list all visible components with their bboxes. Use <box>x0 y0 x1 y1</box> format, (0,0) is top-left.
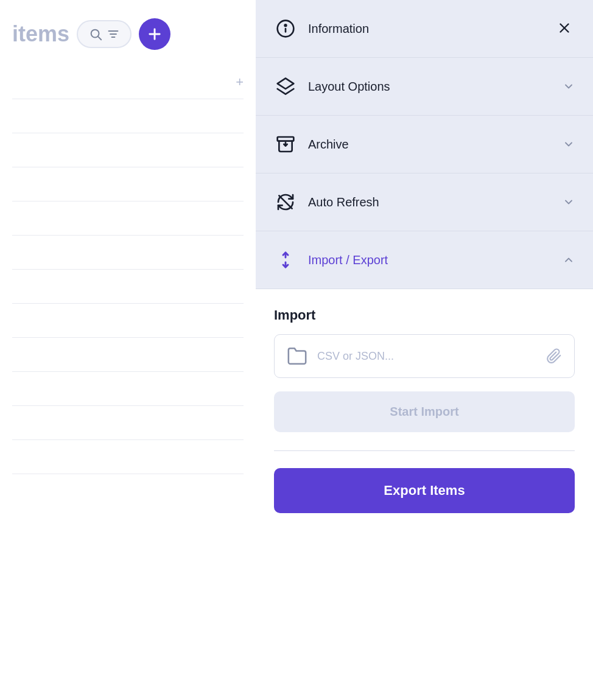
info-icon <box>274 17 297 40</box>
export-items-button[interactable]: Export Items <box>274 468 575 513</box>
list-item <box>12 167 244 201</box>
file-input-area[interactable]: CSV or JSON... <box>274 334 575 378</box>
search-filter-button[interactable] <box>77 20 132 48</box>
folder-icon <box>287 346 307 366</box>
list-item <box>12 440 244 474</box>
list-item <box>12 270 244 304</box>
left-panel: items + <box>0 0 256 700</box>
chevron-down-icon <box>563 196 575 208</box>
page-title: items <box>12 21 69 47</box>
svg-rect-14 <box>278 137 294 141</box>
menu-item-archive[interactable]: Archive <box>256 116 593 173</box>
left-header: items <box>0 0 256 62</box>
list-area: + <box>0 62 256 480</box>
list-item <box>12 99 244 133</box>
auto-refresh-label: Auto Refresh <box>308 195 563 209</box>
archive-icon <box>274 133 297 156</box>
archive-label: Archive <box>308 138 563 152</box>
list-item <box>12 236 244 270</box>
list-item <box>12 372 244 406</box>
menu-item-auto-refresh[interactable]: Auto Refresh <box>256 173 593 231</box>
add-item-row: + <box>12 68 244 99</box>
search-icon <box>89 27 102 41</box>
paperclip-icon <box>546 348 562 364</box>
add-row-button[interactable]: + <box>236 74 244 90</box>
menu-item-information[interactable]: Information <box>256 0 593 58</box>
layout-options-label: Layout Options <box>308 80 563 94</box>
svg-line-1 <box>98 37 101 40</box>
add-item-button[interactable] <box>139 18 170 50</box>
close-icon <box>556 20 572 36</box>
list-item <box>12 201 244 236</box>
list-item <box>12 338 244 372</box>
divider <box>274 450 575 451</box>
list-item <box>12 406 244 440</box>
import-export-label: Import / Export <box>308 253 563 267</box>
import-export-content: Import CSV or JSON... Start Import Expor… <box>256 289 593 700</box>
layers-icon <box>274 75 297 98</box>
chevron-down-icon <box>563 80 575 93</box>
information-label: Information <box>308 22 554 36</box>
menu-item-layout-options[interactable]: Layout Options <box>256 58 593 116</box>
list-item <box>12 133 244 167</box>
refresh-icon <box>274 191 297 214</box>
import-label: Import <box>274 307 575 323</box>
svg-line-16 <box>279 195 292 208</box>
plus-icon <box>146 26 163 43</box>
filter-icon <box>107 28 119 40</box>
right-panel: Information Layout Options <box>256 0 593 700</box>
chevron-up-icon <box>563 254 575 266</box>
svg-marker-13 <box>278 79 294 89</box>
file-input-placeholder: CSV or JSON... <box>317 350 546 363</box>
svg-point-9 <box>285 24 287 26</box>
chevron-down-icon <box>563 138 575 150</box>
close-button[interactable] <box>554 18 575 40</box>
start-import-button[interactable]: Start Import <box>274 391 575 432</box>
import-export-icon <box>274 248 297 271</box>
menu-item-import-export[interactable]: Import / Export <box>256 231 593 289</box>
list-item <box>12 304 244 338</box>
